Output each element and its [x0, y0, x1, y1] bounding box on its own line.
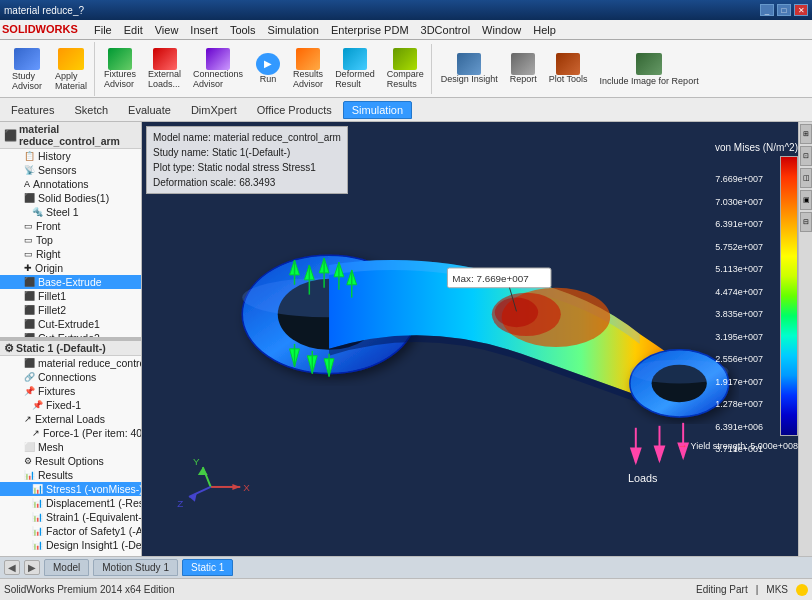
status-editing: Editing Part	[696, 584, 748, 595]
tab-dimxpert[interactable]: DimXpert	[182, 101, 246, 119]
tree-item-sensors[interactable]: 📡 Sensors	[0, 163, 141, 177]
design-insight-icon	[457, 54, 481, 74]
menu-edit[interactable]: Edit	[118, 22, 149, 38]
tree-item-origin[interactable]: ✚ Origin	[0, 261, 141, 275]
tree-item-steel1[interactable]: 🔩 Steel 1	[0, 205, 141, 219]
tab-sketch[interactable]: Sketch	[65, 101, 117, 119]
view-btn-2[interactable]: ⊡	[800, 146, 812, 166]
plot-tools-button[interactable]: Plot Tools	[544, 51, 593, 87]
tree-item-annotations[interactable]: A Annotations	[0, 177, 141, 191]
sim-disp1-item[interactable]: 📊 Displacement1 (-Res disp	[0, 496, 141, 510]
tree-item-cut-extrude1[interactable]: ⬛ Cut-Extrude1	[0, 317, 141, 331]
tree-item-right[interactable]: ▭ Right	[0, 247, 141, 261]
connections-icon	[206, 49, 230, 69]
tab-evaluate[interactable]: Evaluate	[119, 101, 180, 119]
tree-item-fillet1[interactable]: ⬛ Fillet1	[0, 289, 141, 303]
sim-strain1-item[interactable]: 📊 Strain1 (-Equivalent-)	[0, 510, 141, 524]
results-advisor-button[interactable]: ResultsAdvisor	[288, 46, 328, 92]
tree-item-top[interactable]: ▭ Top	[0, 233, 141, 247]
deformed-result-button[interactable]: DeformedResult	[330, 46, 380, 92]
tree-item-history[interactable]: 📋 History	[0, 149, 141, 163]
svg-text:Max: 7.669e+007: Max: 7.669e+007	[452, 273, 528, 284]
legend-val-4: 5.752e+007	[715, 242, 763, 252]
svg-text:Loads: Loads	[628, 472, 658, 484]
tree-item-fillet2[interactable]: ⬛ Fillet2	[0, 303, 141, 317]
fixtures-icon	[108, 49, 132, 69]
view-btn-5[interactable]: ⊟	[800, 212, 812, 232]
tab-motion-study[interactable]: Motion Study 1	[93, 559, 178, 576]
include-image-label: Include Image for Report	[600, 76, 699, 86]
bottom-tabs-bar: ◀ ▶ Model Motion Study 1 Static 1	[0, 556, 812, 578]
sim-model-item[interactable]: ⬛ material reduce_control_arm	[0, 356, 141, 370]
compare-results-button[interactable]: CompareResults	[382, 46, 429, 92]
minimize-button[interactable]: _	[760, 4, 774, 16]
study-advisor-label: StudyAdvisor	[12, 71, 42, 91]
view-btn-4[interactable]: ▣	[800, 190, 812, 210]
tab-nav-prev[interactable]: ◀	[4, 560, 20, 575]
connections-advisor-button[interactable]: ConnectionsAdvisor	[188, 46, 248, 92]
view-btn-3[interactable]: ◫	[800, 168, 812, 188]
tab-nav-next[interactable]: ▶	[24, 560, 40, 575]
tab-static1[interactable]: Static 1	[182, 559, 233, 576]
tab-features[interactable]: Features	[2, 101, 63, 119]
close-button[interactable]: ✕	[794, 4, 808, 16]
sim-fos1-item[interactable]: 📊 Factor of Safety1 (-Auton	[0, 524, 141, 538]
menu-simulation[interactable]: Simulation	[262, 22, 325, 38]
restore-button[interactable]: □	[777, 4, 791, 16]
simulation-group: FixturesAdvisor ExternalLoads... Connect…	[97, 44, 432, 94]
compare-icon	[393, 49, 417, 69]
3d-viewport[interactable]: Model name: material reduce_control_arm …	[142, 122, 812, 556]
title-bar-left: material reduce_?	[4, 5, 84, 16]
tree-item-solid-bodies[interactable]: ⬛ Solid Bodies(1)	[0, 191, 141, 205]
plot-tools-label: Plot Tools	[549, 74, 588, 84]
legend-labels: 7.669e+007 7.030e+007 6.391e+007 5.752e+…	[715, 174, 763, 454]
svg-text:Z: Z	[177, 498, 183, 509]
external-loads-button[interactable]: ExternalLoads...	[143, 46, 186, 92]
report-button[interactable]: Report	[505, 51, 542, 87]
apply-material-button[interactable]: ApplyMaterial	[50, 44, 92, 94]
tab-simulation[interactable]: Simulation	[343, 101, 412, 119]
tree-item-base-extrude[interactable]: ⬛ Base-Extrude	[0, 275, 141, 289]
sim-tree-name: Static 1 (-Default-)	[16, 342, 106, 354]
menu-tools[interactable]: Tools	[224, 22, 262, 38]
legend-val-3: 6.391e+007	[715, 219, 763, 229]
menu-view[interactable]: View	[149, 22, 185, 38]
report-icon	[511, 54, 535, 74]
menu-epdm[interactable]: Enterprise PDM	[325, 22, 415, 38]
sim-connections-item[interactable]: 🔗 Connections	[0, 370, 141, 384]
run-button[interactable]: Run	[250, 51, 286, 87]
menu-3dcontrol[interactable]: 3DControl	[415, 22, 477, 38]
tree-model-icon: ⬛	[4, 129, 17, 142]
sim-fixed1-item[interactable]: 📌 Fixed-1	[0, 398, 141, 412]
include-image-button[interactable]: Include Image for Report	[595, 49, 704, 89]
sim-fixtures-item[interactable]: 📌 Fixtures	[0, 384, 141, 398]
study-advisor-button[interactable]: StudyAdvisor	[6, 44, 48, 94]
title-bar: material reduce_? _ □ ✕	[0, 0, 812, 20]
design-insight-button[interactable]: Design Insight	[436, 51, 503, 87]
external-loads-icon	[153, 49, 177, 69]
deformed-icon	[343, 49, 367, 69]
sim-mesh-item[interactable]: ⬜ Mesh	[0, 440, 141, 454]
sim-ext-loads-item[interactable]: ↗ External Loads	[0, 412, 141, 426]
sim-result-options-item[interactable]: ⚙ Result Options	[0, 454, 141, 468]
menu-help[interactable]: Help	[527, 22, 562, 38]
deformation-text: Deformation scale: 68.3493	[153, 175, 341, 190]
sim-stress1-item[interactable]: 📊 Stress1 (-vonMises-)	[0, 482, 141, 496]
view-btn-1[interactable]: ⊞	[800, 124, 812, 144]
solidworks-logo: SOLIDWORKS	[2, 22, 82, 38]
fixtures-advisor-button[interactable]: FixturesAdvisor	[99, 46, 141, 92]
include-image-icon	[635, 52, 663, 76]
menu-file[interactable]: File	[88, 22, 118, 38]
feature-tree: ⬛ material reduce_control_arm 📋 History …	[0, 122, 141, 338]
sim-results-item[interactable]: 📊 Results	[0, 468, 141, 482]
tree-item-cut-extrude2[interactable]: ⬛ Cut-Extrude2	[0, 331, 141, 338]
sim-design1-item[interactable]: 📊 Design Insight1 (-Design	[0, 538, 141, 552]
apply-material-icon	[57, 47, 85, 71]
tree-item-front[interactable]: ▭ Front	[0, 219, 141, 233]
menu-window[interactable]: Window	[476, 22, 527, 38]
menu-insert[interactable]: Insert	[184, 22, 224, 38]
sim-force1-item[interactable]: ↗ Force-1 (Per item: 4000 N	[0, 426, 141, 440]
tab-model[interactable]: Model	[44, 559, 89, 576]
tab-office[interactable]: Office Products	[248, 101, 341, 119]
plot-type-text: Plot type: Static nodal stress Stress1	[153, 160, 341, 175]
